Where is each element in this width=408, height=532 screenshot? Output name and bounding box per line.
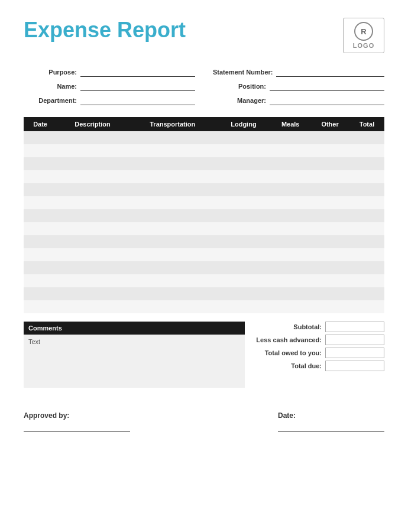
- table-cell[interactable]: [128, 248, 217, 261]
- table-cell[interactable]: [24, 235, 57, 248]
- table-cell[interactable]: [217, 235, 271, 248]
- table-cell[interactable]: [57, 170, 128, 183]
- table-cell[interactable]: [270, 287, 310, 300]
- table-cell[interactable]: [217, 287, 271, 300]
- table-row[interactable]: [24, 170, 384, 183]
- manager-input[interactable]: [270, 96, 384, 105]
- table-cell[interactable]: [128, 287, 217, 300]
- table-cell[interactable]: [349, 196, 384, 209]
- table-cell[interactable]: [24, 196, 57, 209]
- table-cell[interactable]: [57, 222, 128, 235]
- table-cell[interactable]: [57, 235, 128, 248]
- table-cell[interactable]: [349, 144, 384, 157]
- position-input[interactable]: [270, 82, 384, 91]
- table-cell[interactable]: [57, 131, 128, 144]
- table-row[interactable]: [24, 157, 384, 170]
- table-cell[interactable]: [24, 274, 57, 287]
- table-cell[interactable]: [349, 170, 384, 183]
- table-cell[interactable]: [128, 274, 217, 287]
- table-cell[interactable]: [270, 222, 310, 235]
- table-cell[interactable]: [24, 144, 57, 157]
- table-cell[interactable]: [349, 157, 384, 170]
- table-cell[interactable]: [217, 157, 271, 170]
- total-due-value[interactable]: [325, 361, 384, 371]
- table-cell[interactable]: [57, 300, 128, 313]
- table-cell[interactable]: [128, 157, 217, 170]
- table-cell[interactable]: [217, 248, 271, 261]
- table-cell[interactable]: [349, 222, 384, 235]
- table-cell[interactable]: [270, 183, 310, 196]
- table-cell[interactable]: [349, 274, 384, 287]
- table-cell[interactable]: [270, 300, 310, 313]
- table-cell[interactable]: [57, 196, 128, 209]
- table-cell[interactable]: [349, 235, 384, 248]
- table-cell[interactable]: [310, 196, 349, 209]
- table-cell[interactable]: [349, 131, 384, 144]
- table-cell[interactable]: [57, 209, 128, 222]
- table-row[interactable]: [24, 300, 384, 313]
- table-cell[interactable]: [24, 183, 57, 196]
- table-cell[interactable]: [310, 157, 349, 170]
- table-cell[interactable]: [217, 209, 271, 222]
- table-cell[interactable]: [128, 235, 217, 248]
- table-row[interactable]: [24, 183, 384, 196]
- table-cell[interactable]: [128, 183, 217, 196]
- table-cell[interactable]: [270, 131, 310, 144]
- table-cell[interactable]: [217, 300, 271, 313]
- table-cell[interactable]: [310, 144, 349, 157]
- table-cell[interactable]: [270, 209, 310, 222]
- table-row[interactable]: [24, 248, 384, 261]
- table-cell[interactable]: [24, 157, 57, 170]
- table-cell[interactable]: [310, 235, 349, 248]
- table-cell[interactable]: [270, 248, 310, 261]
- table-cell[interactable]: [270, 274, 310, 287]
- table-cell[interactable]: [310, 131, 349, 144]
- table-cell[interactable]: [128, 196, 217, 209]
- table-cell[interactable]: [310, 170, 349, 183]
- table-cell[interactable]: [128, 209, 217, 222]
- table-cell[interactable]: [270, 261, 310, 274]
- table-cell[interactable]: [57, 287, 128, 300]
- table-cell[interactable]: [310, 209, 349, 222]
- table-row[interactable]: [24, 235, 384, 248]
- table-cell[interactable]: [128, 300, 217, 313]
- table-cell[interactable]: [57, 248, 128, 261]
- table-cell[interactable]: [128, 261, 217, 274]
- table-cell[interactable]: [128, 170, 217, 183]
- table-row[interactable]: [24, 287, 384, 300]
- table-cell[interactable]: [310, 248, 349, 261]
- table-row[interactable]: [24, 209, 384, 222]
- table-cell[interactable]: [57, 157, 128, 170]
- name-input[interactable]: [80, 82, 195, 91]
- table-cell[interactable]: [349, 183, 384, 196]
- table-cell[interactable]: [310, 222, 349, 235]
- table-cell[interactable]: [217, 183, 271, 196]
- less-cash-value[interactable]: [325, 335, 384, 345]
- table-cell[interactable]: [217, 170, 271, 183]
- table-cell[interactable]: [24, 248, 57, 261]
- table-cell[interactable]: [217, 261, 271, 274]
- subtotal-value[interactable]: [325, 322, 384, 332]
- table-cell[interactable]: [57, 183, 128, 196]
- table-cell[interactable]: [310, 287, 349, 300]
- table-cell[interactable]: [349, 300, 384, 313]
- table-cell[interactable]: [24, 287, 57, 300]
- table-cell[interactable]: [349, 287, 384, 300]
- comments-body[interactable]: Text: [24, 335, 245, 388]
- department-input[interactable]: [80, 96, 195, 105]
- table-cell[interactable]: [57, 274, 128, 287]
- table-row[interactable]: [24, 274, 384, 287]
- table-cell[interactable]: [24, 261, 57, 274]
- purpose-input[interactable]: [80, 67, 195, 77]
- table-row[interactable]: [24, 222, 384, 235]
- table-cell[interactable]: [270, 170, 310, 183]
- table-cell[interactable]: [310, 300, 349, 313]
- table-cell[interactable]: [217, 196, 271, 209]
- table-row[interactable]: [24, 144, 384, 157]
- table-cell[interactable]: [128, 131, 217, 144]
- table-cell[interactable]: [217, 274, 271, 287]
- table-cell[interactable]: [217, 222, 271, 235]
- table-cell[interactable]: [270, 196, 310, 209]
- table-cell[interactable]: [270, 235, 310, 248]
- table-cell[interactable]: [310, 274, 349, 287]
